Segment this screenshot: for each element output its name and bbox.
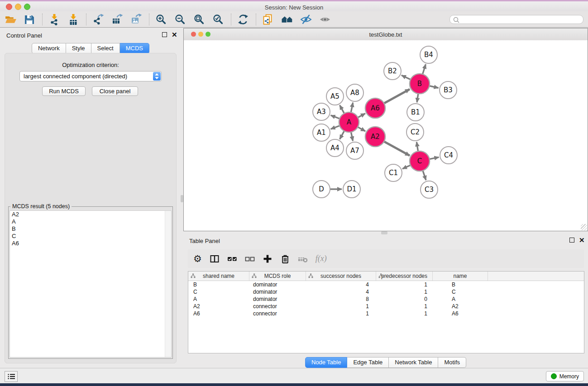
import-network-icon — [48, 14, 60, 25]
select-all-icon[interactable] — [227, 254, 237, 264]
open-folder-button[interactable] — [4, 13, 17, 26]
close-panel-button[interactable]: Close panel — [92, 86, 138, 96]
home-button[interactable] — [281, 13, 293, 26]
dropdown-stepper-icon — [153, 72, 161, 81]
graph-edge-C-C1[interactable] — [402, 165, 411, 169]
float-panel-icon[interactable] — [162, 32, 167, 37]
graph-node-label: C2 — [411, 128, 420, 136]
tab-network-table[interactable]: Network Table — [389, 357, 438, 368]
float-panel-icon[interactable] — [569, 238, 574, 243]
graph-edge-A-A3[interactable] — [331, 115, 340, 119]
import-table-icon — [67, 14, 79, 25]
toolbar-separator — [256, 14, 256, 25]
tab-node-table[interactable]: Node Table — [305, 357, 348, 368]
mcds-result-item[interactable]: C — [10, 233, 171, 240]
graph-edge-A6-B[interactable] — [384, 89, 410, 103]
graph-edge-A-A5[interactable] — [340, 105, 344, 113]
zoom-in-icon — [155, 14, 167, 25]
graph-edge-B-B3[interactable] — [429, 86, 438, 88]
graph-edge-B-B2[interactable] — [402, 75, 411, 79]
node-table: shared name MCDS role successor nodes pr… — [188, 271, 584, 353]
graph-node-label: C1 — [389, 169, 398, 177]
mcds-result-list: A2ABCA6 — [10, 210, 172, 357]
tab-mcds[interactable]: MCDS — [120, 43, 149, 54]
tab-motifs[interactable]: Motifs — [438, 357, 466, 368]
resize-grip[interactable] — [581, 224, 587, 230]
search-input[interactable] — [449, 15, 583, 24]
graph-edge-A-A7[interactable] — [351, 132, 353, 141]
table-options-button[interactable]: ⚙ — [193, 254, 202, 263]
run-mcds-button[interactable]: Run MCDS — [42, 86, 86, 96]
import-network-button[interactable] — [48, 13, 61, 26]
close-panel-icon[interactable]: ✕ — [579, 238, 585, 243]
graph-edge-A-A4[interactable] — [340, 131, 344, 139]
zoom-out-button[interactable] — [174, 13, 186, 26]
table-row[interactable]: Adominator80A — [188, 295, 584, 303]
tab-edge-table[interactable]: Edge Table — [347, 357, 389, 368]
deselect-all-icon[interactable] — [245, 254, 255, 264]
table-cell: A2 — [433, 303, 488, 310]
mcds-result-item[interactable]: A — [10, 218, 171, 225]
graph-node-label: B4 — [424, 51, 433, 59]
tab-network[interactable]: Network — [32, 43, 66, 54]
save-session-button[interactable] — [23, 13, 36, 26]
graph-edge-B-B4[interactable] — [423, 64, 426, 74]
criterion-dropdown[interactable]: largest connected component (directed) — [19, 71, 162, 81]
graph-node-label: A6 — [371, 104, 380, 112]
table-cell: 1 — [306, 303, 376, 310]
search-box — [449, 15, 583, 24]
show-view-button[interactable] — [319, 13, 331, 26]
refresh-button[interactable] — [237, 13, 249, 26]
graph-edge-A-A1[interactable] — [331, 126, 340, 129]
table-cell: 4 — [306, 289, 376, 295]
column-header-successor-nodes[interactable]: successor nodes — [306, 272, 376, 281]
export-network-button[interactable] — [92, 13, 105, 26]
table-cell: C — [188, 289, 249, 295]
column-header-mcds-role[interactable]: MCDS role — [249, 272, 306, 281]
graph-node-label: A3 — [317, 108, 326, 116]
export-table-button[interactable] — [111, 13, 124, 26]
table-row[interactable]: A2connector11A2 — [188, 303, 584, 310]
graph-edge-C-C2[interactable] — [416, 142, 418, 152]
memory-button[interactable]: Memory — [546, 371, 584, 381]
graph-edge-B-B1[interactable] — [417, 94, 418, 102]
graph-edge-A2-C[interactable] — [384, 142, 410, 156]
table-row[interactable]: Bdominator41B — [188, 281, 584, 288]
zoom-selected-button[interactable] — [212, 13, 225, 26]
network-graph[interactable]: B4B2BB3A8A5A6A3B1AC2A1A2A4A7C4CC1C3DD1 — [184, 40, 588, 231]
table-cell: 1 — [306, 310, 376, 317]
delete-column-button[interactable] — [280, 254, 290, 264]
table-cell: dominator — [249, 296, 306, 302]
scrollbar[interactable] — [165, 211, 171, 357]
graph-edge-A-A8[interactable] — [351, 103, 353, 113]
zoom-in-button[interactable] — [155, 13, 167, 26]
network-canvas[interactable]: B4B2BB3A8A5A6A3B1AC2A1A2A4A7C4CC1C3DD1 — [184, 40, 588, 231]
horizontal-splitter-handle[interactable] — [381, 231, 387, 234]
column-header-predecessor-nodes[interactable]: predecessor nodes — [376, 272, 433, 281]
network-document-button[interactable] — [262, 13, 274, 26]
tab-select[interactable]: Select — [91, 43, 120, 54]
table-cell: A6 — [188, 310, 249, 317]
mcds-result-item[interactable]: A6 — [10, 240, 171, 247]
column-visibility-button[interactable] — [210, 254, 220, 264]
graph-edge-C-C4[interactable] — [430, 157, 439, 159]
graph-edge-A-A6[interactable] — [358, 114, 365, 118]
add-column-button[interactable] — [263, 254, 272, 264]
table-row[interactable]: A6connector11A6 — [188, 310, 584, 317]
import-table-button[interactable] — [67, 13, 80, 26]
column-header-shared-name[interactable]: shared name — [188, 272, 249, 281]
hide-view-button[interactable] — [300, 13, 312, 26]
mcds-result-item[interactable]: B — [10, 225, 171, 233]
tab-style[interactable]: Style — [66, 43, 91, 54]
zoom-fit-button[interactable] — [193, 13, 206, 26]
column-header-name[interactable]: name — [433, 272, 488, 281]
mcds-result-item[interactable]: A2 — [10, 211, 171, 218]
save-icon — [24, 14, 35, 25]
close-panel-icon[interactable]: ✕ — [172, 32, 177, 37]
export-image-button[interactable] — [130, 13, 143, 26]
table-header: shared name MCDS role successor nodes pr… — [188, 272, 584, 281]
graph-edge-C-C3[interactable] — [423, 171, 426, 180]
task-history-button[interactable] — [5, 371, 18, 382]
table-row[interactable]: Cdominator41C — [188, 288, 584, 295]
graph-edge-A-A2[interactable] — [358, 127, 365, 131]
